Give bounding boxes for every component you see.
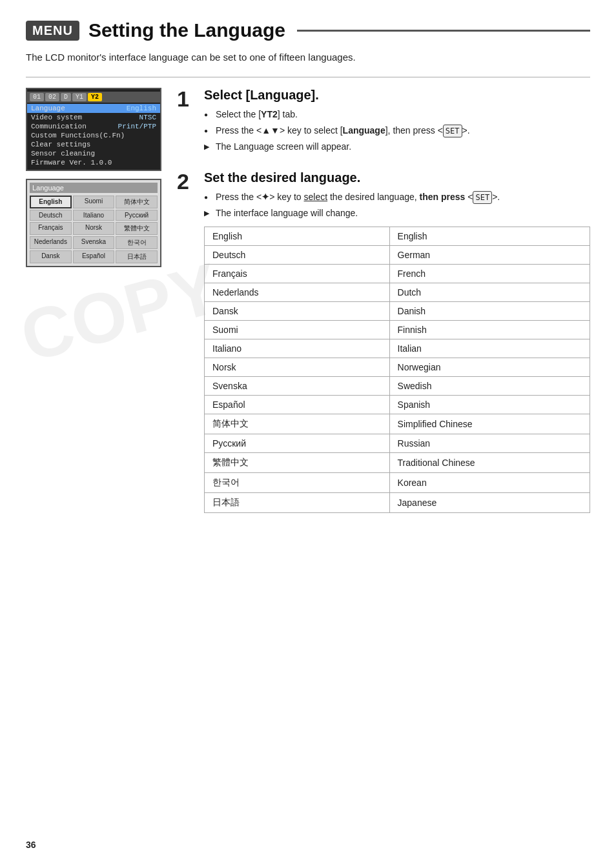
lang-name: Norsk <box>205 358 390 376</box>
step-1: 1 Select [Language]. Select the [YT2] ta… <box>177 88 590 156</box>
menu-item-video: Video system NTSC <box>27 113 160 122</box>
main-layout: 01 02 D Y1 Y2 Language English Video sys… <box>26 88 590 527</box>
lang-translation: German <box>389 245 590 264</box>
step-2-title: Set the desired language. <box>204 170 590 185</box>
step-1-content: Select [Language]. Select the [YT2] tab.… <box>204 88 590 156</box>
menu-tabs: 01 02 D Y1 Y2 <box>27 92 160 103</box>
table-row: 繁體中文 Traditional Chinese <box>205 452 590 472</box>
menu-item-custom: Custom Functions(C.Fn) <box>27 131 160 140</box>
lang-cell-english: English <box>30 196 72 208</box>
lang-cell-svenska: Svenska <box>73 236 115 249</box>
menu-tab-d: D <box>61 93 71 101</box>
set-key-icon-2: SET <box>473 191 492 204</box>
title-line <box>297 30 590 32</box>
lang-name: Deutsch <box>205 245 390 264</box>
language-table: English English Deutsch German Français … <box>204 227 590 513</box>
menu-item-comm: Communication Print/PTP <box>27 122 160 131</box>
lang-name: Français <box>205 264 390 283</box>
lang-name: Nederlands <box>205 283 390 301</box>
table-row: Nederlands Dutch <box>205 283 590 301</box>
subtitle: The LCD monitor's interface language can… <box>26 50 590 65</box>
menu-item-language: Language English <box>27 104 160 113</box>
step-2: 2 Set the desired language. Press the <✦… <box>177 170 590 513</box>
lang-screen: Language English Suomi 简体中文 Deutsch Ital… <box>26 179 161 267</box>
table-row: Français French <box>205 264 590 283</box>
lang-translation: Dutch <box>389 283 590 301</box>
step-1-bullets: Select the [YT2] tab. Press the <▲▼> key… <box>204 108 590 154</box>
table-row: Español Spanish <box>205 395 590 414</box>
lang-translation: Norwegian <box>389 358 590 376</box>
lang-name: 简体中文 <box>205 414 390 434</box>
lang-name: Svenska <box>205 376 390 395</box>
step-1-arrow-1: The Language screen will appear. <box>204 140 590 154</box>
step-2-arrow-1: The interface language will change. <box>204 207 590 220</box>
right-panel: 1 Select [Language]. Select the [YT2] ta… <box>177 88 590 527</box>
step-1-bullet-2: Press the <▲▼> key to select [Language],… <box>204 124 590 137</box>
table-row: English English <box>205 227 590 245</box>
step-1-number: 1 <box>177 88 195 156</box>
lang-translation: Russian <box>389 434 590 452</box>
set-key-icon: SET <box>443 125 462 137</box>
lang-translation: Spanish <box>389 395 590 414</box>
lang-translation: Italian <box>389 339 590 358</box>
table-row: Dansk Danish <box>205 301 590 320</box>
step-2-content: Set the desired language. Press the <✦> … <box>204 170 590 513</box>
lang-name: English <box>205 227 390 245</box>
lang-cell-norsk: Norsk <box>73 222 115 235</box>
table-row: Русский Russian <box>205 434 590 452</box>
step-2-number: 2 <box>177 170 195 513</box>
lang-translation: Traditional Chinese <box>389 452 590 472</box>
left-panel: 01 02 D Y1 Y2 Language English Video sys… <box>26 88 161 527</box>
lang-cell-italiano: Italiano <box>73 210 115 221</box>
lang-screen-title: Language <box>30 183 158 193</box>
lang-name: 繁體中文 <box>205 452 390 472</box>
divider <box>26 77 590 77</box>
table-row: 한국어 Korean <box>205 472 590 492</box>
page-title: Setting the Language <box>88 19 285 41</box>
lang-translation: Swedish <box>389 376 590 395</box>
menu-tab-y2: Y2 <box>88 93 102 101</box>
menu-badge: MENU <box>26 21 79 41</box>
lang-cell-traditional: 繁體中文 <box>116 222 158 235</box>
lang-grid: English Suomi 简体中文 Deutsch Italiano Русс… <box>30 196 158 263</box>
lang-cell-dansk: Dansk <box>30 250 72 263</box>
lang-cell-japanese: 日本語 <box>116 250 158 263</box>
table-row: 简体中文 Simplified Chinese <box>205 414 590 434</box>
table-row: Norsk Norwegian <box>205 358 590 376</box>
step-2-bullet-1: Press the <✦> key to select the desired … <box>204 190 590 204</box>
menu-item-firmware: Firmware Ver. 1.0.0 <box>27 158 160 167</box>
lang-cell-espanol: Español <box>73 250 115 263</box>
lang-translation: English <box>389 227 590 245</box>
menu-tab-y1: Y1 <box>72 93 87 101</box>
lang-cell-francais: Français <box>30 222 72 235</box>
lang-name: 한국어 <box>205 472 390 492</box>
table-row: Svenska Swedish <box>205 376 590 395</box>
lang-translation: French <box>389 264 590 283</box>
table-row: Italiano Italian <box>205 339 590 358</box>
lang-translation: Danish <box>389 301 590 320</box>
lang-cell-nederlands: Nederlands <box>30 236 72 249</box>
lang-translation: Finnish <box>389 320 590 339</box>
lang-name: Español <box>205 395 390 414</box>
lang-cell-suomi: Suomi <box>73 196 115 208</box>
table-row: Suomi Finnish <box>205 320 590 339</box>
lang-translation: Simplified Chinese <box>389 414 590 434</box>
table-row: 日本語 Japanese <box>205 492 590 512</box>
menu-item-clear: Clear settings <box>27 140 160 149</box>
lang-translation: Japanese <box>389 492 590 512</box>
lang-name: Русский <box>205 434 390 452</box>
lang-table-body: English English Deutsch German Français … <box>205 227 590 512</box>
lang-name: Dansk <box>205 301 390 320</box>
lang-cell-simplified: 简体中文 <box>116 196 158 208</box>
lang-translation: Korean <box>389 472 590 492</box>
lang-cell-korean: 한국어 <box>116 236 158 249</box>
step-2-bullets: Press the <✦> key to select the desired … <box>204 190 590 220</box>
page-number: 36 <box>26 840 36 850</box>
lang-name: Suomi <box>205 320 390 339</box>
step-1-title: Select [Language]. <box>204 88 590 103</box>
menu-tab-02: 02 <box>45 93 59 101</box>
lang-name: 日本語 <box>205 492 390 512</box>
lang-cell-deutsch: Deutsch <box>30 210 72 221</box>
table-row: Deutsch German <box>205 245 590 264</box>
menu-item-sensor: Sensor cleaning <box>27 149 160 158</box>
